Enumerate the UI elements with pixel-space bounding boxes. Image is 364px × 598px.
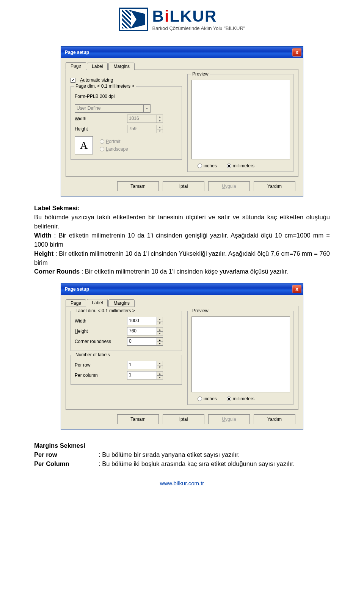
millimeters-radio[interactable] bbox=[227, 397, 231, 401]
orientation-preview-icon: A bbox=[75, 136, 93, 154]
cancel-button[interactable]: İptal bbox=[163, 414, 204, 424]
height-input[interactable]: 760 ▲▼ bbox=[127, 327, 163, 335]
spinner-icon[interactable]: ▲▼ bbox=[157, 125, 163, 133]
inches-radio[interactable] bbox=[198, 397, 202, 401]
apply-button[interactable]: Uygula bbox=[208, 414, 250, 424]
close-icon[interactable]: X bbox=[292, 285, 301, 293]
user-define-dropdown[interactable]: User Define ▼ bbox=[75, 104, 151, 113]
tab-label[interactable]: Label bbox=[87, 299, 108, 307]
per-row-label: Per row bbox=[75, 362, 124, 368]
width-label: Width bbox=[75, 116, 124, 121]
footer-link[interactable]: www.bilkur.com.tr bbox=[34, 480, 330, 486]
logo-subtitle: Barkod Çözümlerinde Aklın Yolu "BİLKUR" bbox=[152, 26, 245, 31]
tab-label[interactable]: Label bbox=[87, 63, 108, 70]
tab-page[interactable]: Page bbox=[66, 62, 86, 70]
tab-margins[interactable]: Margins bbox=[108, 299, 135, 307]
width-input[interactable]: 1016 ▲▼ bbox=[127, 115, 163, 123]
inches-radio[interactable] bbox=[198, 164, 202, 168]
cancel-button[interactable]: İptal bbox=[163, 181, 204, 191]
millimeters-radio[interactable] bbox=[227, 164, 231, 168]
window-title: Page setup bbox=[65, 50, 89, 55]
preview-legend: Preview bbox=[191, 308, 210, 313]
spinner-icon[interactable]: ▲▼ bbox=[157, 338, 163, 345]
form-label: Form-PPLB 200 dpi bbox=[75, 94, 115, 99]
page-setup-dialog-label: Page setup X Page Label Margins Label di… bbox=[61, 283, 303, 430]
tab-page[interactable]: Page bbox=[66, 299, 86, 307]
tab-margins[interactable]: Margins bbox=[108, 63, 135, 70]
corner-roundness-label: Corner roundness bbox=[75, 339, 124, 344]
preview-area bbox=[191, 316, 290, 392]
preview-area bbox=[191, 80, 290, 159]
header-logo: BiLKUR Barkod Çözümlerinde Aklın Yolu "B… bbox=[34, 8, 330, 31]
spinner-icon[interactable]: ▲▼ bbox=[157, 327, 163, 335]
logo-title: BiLKUR bbox=[152, 8, 245, 24]
per-row-input[interactable]: 1 ▲▼ bbox=[127, 361, 163, 369]
margins-sekmesi-text: Margins Sekmesi Per row: Bu bölüme bir s… bbox=[34, 441, 330, 469]
height-input[interactable]: 759 ▲▼ bbox=[127, 125, 163, 133]
landscape-label: Landscape bbox=[106, 146, 128, 152]
inches-label: inches bbox=[204, 396, 217, 401]
help-button[interactable]: Yardım bbox=[254, 181, 295, 191]
spinner-icon[interactable]: ▲▼ bbox=[157, 115, 163, 123]
height-label: Height bbox=[75, 126, 124, 132]
width-input[interactable]: 1000 ▲▼ bbox=[127, 317, 163, 325]
inches-label: inches bbox=[204, 163, 217, 168]
automatic-sizing-label: AAutomatic sizingutomatic sizing bbox=[80, 77, 113, 83]
titlebar[interactable]: Page setup X bbox=[61, 47, 303, 58]
millimeters-label: millimeters bbox=[233, 163, 254, 168]
close-icon[interactable]: X bbox=[292, 48, 301, 57]
page-setup-dialog-page: Page setup X Page Label Margins AAutomat… bbox=[61, 46, 303, 197]
ok-button[interactable]: Tamam bbox=[117, 414, 159, 424]
page-dim-legend: Page dim. < 0.1 millimeters > bbox=[74, 83, 136, 89]
width-label: Width bbox=[75, 318, 124, 324]
window-title: Page setup bbox=[65, 286, 89, 292]
millimeters-label: millimeters bbox=[233, 396, 254, 401]
label-dim-legend: Label dim. < 0.1 millimeters > bbox=[74, 308, 136, 313]
landscape-radio[interactable] bbox=[100, 147, 104, 151]
number-of-labels-legend: Number of labels bbox=[74, 352, 111, 357]
spinner-icon[interactable]: ▲▼ bbox=[157, 361, 163, 369]
corner-input[interactable]: 0 ▲▼ bbox=[127, 337, 163, 346]
chevron-down-icon[interactable]: ▼ bbox=[143, 105, 150, 112]
apply-button[interactable]: Uygula bbox=[208, 181, 250, 191]
ok-button[interactable]: Tamam bbox=[117, 181, 159, 191]
automatic-sizing-checkbox[interactable] bbox=[71, 78, 75, 83]
height-label: Height bbox=[75, 329, 124, 334]
per-column-label: Per column bbox=[75, 373, 124, 378]
per-column-input[interactable]: 1 ▲▼ bbox=[127, 371, 163, 379]
portrait-radio[interactable] bbox=[100, 139, 104, 144]
spinner-icon[interactable]: ▲▼ bbox=[157, 317, 163, 325]
spinner-icon[interactable]: ▲▼ bbox=[157, 371, 163, 379]
logo-icon bbox=[119, 8, 148, 31]
help-button[interactable]: Yardım bbox=[254, 414, 295, 424]
preview-legend: Preview bbox=[191, 71, 210, 77]
label-sekmesi-text: Label Sekmesi: Bu bölümde yazıcıya takıl… bbox=[34, 204, 330, 276]
titlebar[interactable]: Page setup X bbox=[61, 283, 303, 295]
portrait-label: Portrait bbox=[106, 139, 121, 144]
